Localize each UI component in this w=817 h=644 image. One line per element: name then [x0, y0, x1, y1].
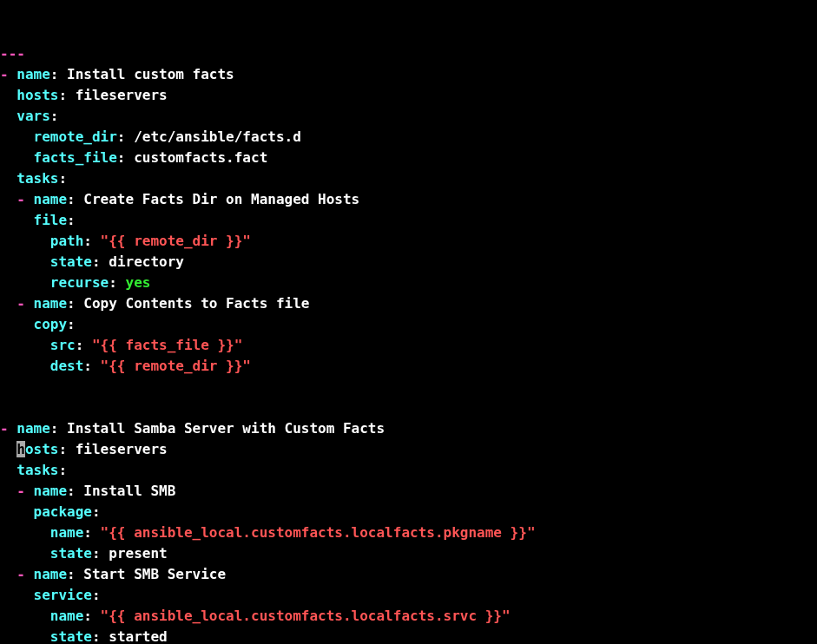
- dash: -: [16, 483, 33, 499]
- dash: -: [0, 420, 16, 437]
- key-name: name: [16, 66, 50, 82]
- key-state: state: [50, 628, 92, 644]
- key-vars: vars: [16, 108, 50, 124]
- key-name: name: [50, 524, 84, 541]
- key-dest: dest: [50, 358, 84, 374]
- val-state: directory: [101, 253, 184, 270]
- key-facts-file: facts_file: [34, 149, 117, 166]
- val-dest: "{{ remote_dir }}": [92, 358, 251, 374]
- key-name: name: [34, 483, 68, 499]
- val-state: started: [101, 628, 168, 644]
- key-remote-dir: remote_dir: [34, 128, 117, 145]
- val-state: present: [101, 545, 168, 562]
- doc-start: ---: [0, 45, 25, 62]
- key-state: state: [50, 253, 92, 270]
- key-path: path: [50, 233, 84, 249]
- val-facts-file: customfacts.fact: [126, 149, 268, 166]
- key-name: name: [16, 420, 50, 437]
- val-src: "{{ facts_file }}": [83, 337, 242, 353]
- key-name: name: [34, 191, 68, 207]
- dash: -: [16, 566, 33, 582]
- play1-hosts: fileservers: [67, 87, 168, 103]
- key-tasks: tasks: [16, 170, 58, 187]
- task1-name: Create Facts Dir on Managed Hosts: [76, 191, 360, 207]
- key-copy: copy: [34, 316, 68, 332]
- val-remote-dir: /etc/ansible/facts.d: [126, 128, 301, 145]
- task2-name: Copy Contents to Facts file: [76, 295, 310, 312]
- task2-name: Start SMB Service: [76, 566, 226, 582]
- key-hosts: osts: [25, 441, 59, 457]
- key-tasks: tasks: [16, 462, 58, 478]
- key-package: package: [34, 503, 92, 520]
- dash: -: [0, 66, 16, 82]
- key-name: name: [50, 608, 84, 624]
- key-src: src: [50, 337, 76, 353]
- play1-name: Install custom facts: [58, 66, 234, 82]
- val-recurse: yes: [117, 274, 151, 291]
- play2-name: Install Samba Server with Custom Facts: [58, 420, 385, 437]
- text-cursor: h: [16, 441, 25, 457]
- dash: -: [16, 191, 33, 207]
- val-path: "{{ remote_dir }}": [92, 233, 251, 249]
- key-name: name: [34, 295, 68, 312]
- key-hosts: hosts: [16, 87, 58, 103]
- key-file: file: [34, 212, 68, 228]
- val-srvc-name: "{{ ansible_local.customfacts.localfacts…: [92, 608, 511, 624]
- val-pkg-name: "{{ ansible_local.customfacts.localfacts…: [92, 524, 536, 541]
- task1-name: Install SMB: [76, 483, 176, 499]
- key-recurse: recurse: [50, 274, 109, 291]
- key-state: state: [50, 545, 92, 562]
- code-editor[interactable]: --- - name: Install custom facts hosts: …: [0, 43, 817, 644]
- key-service: service: [34, 587, 92, 603]
- key-name: name: [34, 566, 68, 582]
- play2-hosts: fileservers: [67, 441, 168, 457]
- dash: -: [16, 295, 33, 312]
